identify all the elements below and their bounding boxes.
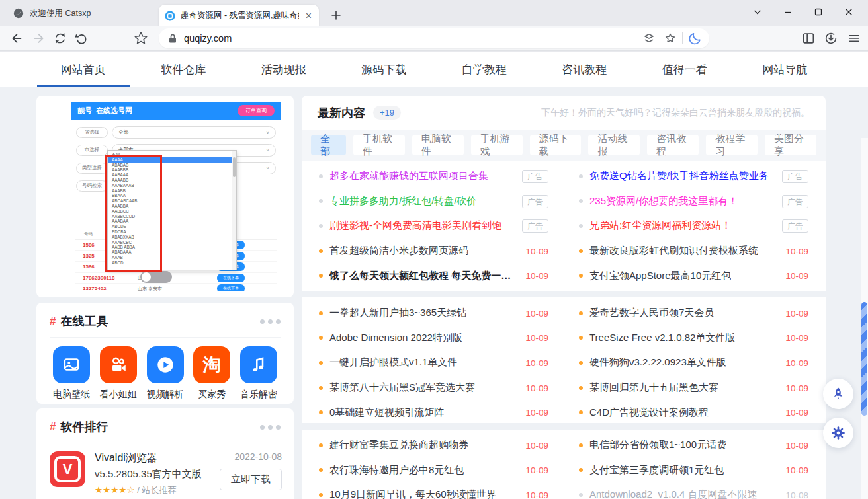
list-item[interactable]: 一拳超人新用户抽3~365天绿钻10-09 xyxy=(319,301,548,326)
item-title[interactable]: 爱奇艺数字人民币领7天会员 xyxy=(589,307,714,319)
list-item[interactable]: 超多在家就能赚钱的互联网项目合集广告 xyxy=(319,164,548,189)
settings-button[interactable] xyxy=(823,418,853,448)
more-dots-icon[interactable] xyxy=(260,319,281,324)
tab-quqizy[interactable]: 趣奇资源网 - 残雪资源网,趣味奇妙 × xyxy=(159,5,319,26)
item-title[interactable]: 一键开启护眼模式v1.1单文件 xyxy=(329,356,457,369)
list-item[interactable]: TreeSize Free v2.1.0.82单文件版10-09 xyxy=(579,326,808,351)
item-title[interactable]: 农行珠海特邀用户必中8元红包 xyxy=(329,464,464,477)
nav-item-软件仓库[interactable]: 软件仓库 xyxy=(134,52,234,87)
minimize-button[interactable] xyxy=(773,3,803,21)
menu-button[interactable] xyxy=(846,30,863,47)
filter-tab-源码下载[interactable]: 源码下载 xyxy=(530,135,582,155)
tab-welcome[interactable]: 欢迎使用 Catsxp xyxy=(7,3,153,24)
nav-item-活动现报[interactable]: 活动现报 xyxy=(234,52,334,87)
nav-item-值得一看[interactable]: 值得一看 xyxy=(634,52,735,87)
tool-音乐解密[interactable]: 音乐解密 xyxy=(238,346,279,401)
item-title[interactable]: 最新改良版彩虹代刷知识付费模板系统 xyxy=(589,245,758,257)
item-title[interactable]: 硬件狗狗v3.2.22.0923单文件版 xyxy=(589,356,726,369)
item-title[interactable]: 10月9日新闻早讯，每天60秒读懂世界 xyxy=(329,488,496,499)
back-to-top-button[interactable] xyxy=(823,379,853,409)
list-item[interactable]: Adobe Dimension 2022特别版10-09 xyxy=(319,326,548,351)
download-button[interactable] xyxy=(822,30,840,47)
item-title[interactable]: 支付宝第三季度调研领1元红包 xyxy=(589,464,724,477)
close-window-button[interactable] xyxy=(834,3,864,21)
filter-tab-活动线报[interactable]: 活动线报 xyxy=(588,135,640,155)
filter-tab-手机软件[interactable]: 手机软件 xyxy=(353,135,405,155)
item-title[interactable]: 免费送Q钻名片赞/快手抖音粉丝点赞业务 xyxy=(589,170,769,182)
tab-close-icon[interactable]: × xyxy=(304,11,313,21)
promo-screenshot[interactable]: 靓号_在线选号网 订单查询 省选择全部˅市选择全部市˅类型选择不限˅ 号码检索 … xyxy=(71,102,281,291)
nav-item-源码下载[interactable]: 源码下载 xyxy=(334,52,435,87)
filter-tab-全部[interactable]: 全部 xyxy=(311,135,346,155)
nav-item-网站首页[interactable]: 网站首页 xyxy=(33,52,134,87)
tool-看小姐姐[interactable]: 看小姐姐 xyxy=(98,346,139,401)
url-text[interactable]: quqizy.com xyxy=(184,33,642,44)
list-item[interactable]: 专业拼多多助力/拆红包/转盘/砍价广告 xyxy=(319,189,548,214)
item-title[interactable]: 某博回归第九十五届黑色大赛 xyxy=(589,381,718,394)
refresh-button[interactable] xyxy=(52,30,69,47)
undo-button[interactable] xyxy=(73,30,90,47)
list-item[interactable]: 235资源网/你想要的我这里都有！广告 xyxy=(579,189,808,214)
list-item[interactable]: 爱奇艺数字人民币领7天会员10-09 xyxy=(579,301,808,326)
list-item[interactable]: 某博第八十六届黑S冠军竞选大赛10-09 xyxy=(319,375,548,401)
filter-tab-电脑软件[interactable]: 电脑软件 xyxy=(412,135,464,155)
more-dots-icon[interactable] xyxy=(260,425,281,430)
tab-search-button[interactable] xyxy=(742,3,773,21)
list-item[interactable]: 电信部分省份领取1~100元话费10-09 xyxy=(579,433,808,458)
item-title[interactable]: 兄弟站:红尘资源网福利资源站！ xyxy=(589,219,731,232)
item-title[interactable]: Adobe Dimension 2022特别版 xyxy=(329,332,462,344)
list-item[interactable]: 农行珠海特邀用户必中8元红包10-09 xyxy=(319,458,548,483)
list-item[interactable]: 最新改良版彩虹代刷知识付费模板系统10-09 xyxy=(579,239,808,264)
nav-item-咨讯教程[interactable]: 咨讯教程 xyxy=(535,52,635,87)
item-title[interactable]: 首发超级简洁小米步数网页源码 xyxy=(329,245,468,257)
list-item[interactable]: 免费送Q钻名片赞/快手抖音粉丝点赞业务广告 xyxy=(579,164,808,189)
tool-视频解析[interactable]: 视频解析 xyxy=(145,346,186,401)
home-button[interactable] xyxy=(132,30,150,47)
list-item[interactable]: 10月9日新闻早讯，每天60秒读懂世界10-09 xyxy=(319,482,548,499)
list-item[interactable]: 0基础建立短视频引流矩阵10-09 xyxy=(319,400,548,425)
item-title[interactable]: Antdownload2_v1.0.4 百度网盘不限速 xyxy=(589,488,757,499)
item-title[interactable]: 0基础建立短视频引流矩阵 xyxy=(329,406,444,419)
list-item[interactable]: 剧迷影视-全网免费高清电影美剧看到饱广告 xyxy=(319,213,548,239)
item-title[interactable]: TreeSize Free v2.1.0.82单文件版 xyxy=(589,332,735,344)
list-item[interactable]: 兄弟站:红尘资源网福利资源站！广告 xyxy=(579,213,808,239)
list-item[interactable]: C4D广告视觉设计案例教程10-09 xyxy=(579,400,808,425)
list-item[interactable]: 某博回归第九十五届黑色大赛10-09 xyxy=(579,375,808,401)
item-title[interactable]: 支付宝领AppStore最高10元红包 xyxy=(589,270,731,282)
item-title[interactable]: 某博第八十六届黑S冠军竞选大赛 xyxy=(329,381,475,394)
list-item[interactable]: 饿了么每天领大额红包教程 每天免费一顿饭10-09 xyxy=(319,263,548,288)
list-item[interactable]: 支付宝第三季度调研领1元红包10-09 xyxy=(579,458,808,483)
list-item[interactable]: 首发超级简洁小米步数网页源码10-09 xyxy=(319,239,548,264)
list-item[interactable]: Antdownload2_v1.0.4 百度网盘不限速10-08 xyxy=(579,482,808,499)
tool-买家秀[interactable]: 淘买家秀 xyxy=(191,346,232,401)
ranking-item[interactable]: V Vivaldi浏览器 v5.5.2805.35官方中文版 ★★★★☆ / 站… xyxy=(36,443,294,496)
filter-tab-教程学习[interactable]: 教程学习 xyxy=(706,135,758,155)
bookmark-star-icon[interactable] xyxy=(664,32,677,45)
nav-item-网站导航[interactable]: 网站导航 xyxy=(735,52,836,87)
forward-button[interactable] xyxy=(30,30,48,47)
nav-item-自学教程[interactable]: 自学教程 xyxy=(434,52,535,87)
list-item[interactable]: 一键开启护眼模式v1.1单文件10-09 xyxy=(319,350,548,375)
new-tab-button[interactable] xyxy=(327,6,345,24)
address-bar[interactable]: quqizy.com xyxy=(159,28,709,48)
item-title[interactable]: 电信部分省份领取1~100元话费 xyxy=(589,439,726,451)
page-scrollbar[interactable] xyxy=(861,138,868,499)
item-title[interactable]: 专业拼多多助力/拆红包/转盘/砍价 xyxy=(329,195,477,208)
item-title[interactable]: 一拳超人新用户抽3~365天绿钻 xyxy=(329,307,466,319)
filter-tab-美图分享[interactable]: 美图分享 xyxy=(765,135,816,155)
list-item[interactable]: 建行财富季集豆兑换商超购物券10-09 xyxy=(319,433,548,458)
scrollbar-thumb[interactable] xyxy=(861,302,867,416)
stack-icon[interactable] xyxy=(642,32,656,45)
list-item[interactable]: 硬件狗狗v3.2.22.0923单文件版10-09 xyxy=(579,350,808,375)
item-title[interactable]: 超多在家就能赚钱的互联网项目合集 xyxy=(329,170,488,182)
filter-tab-咨讯教程[interactable]: 咨讯教程 xyxy=(647,135,699,155)
maximize-button[interactable] xyxy=(803,3,834,21)
download-now-button[interactable]: 立即下载 xyxy=(220,469,282,490)
item-title[interactable]: 建行财富季集豆兑换商超购物券 xyxy=(329,439,468,451)
item-title[interactable]: 饿了么每天领大额红包教程 每天免费一顿饭 xyxy=(329,270,517,282)
back-button[interactable] xyxy=(8,30,25,47)
list-item[interactable]: 支付宝领AppStore最高10元红包10-09 xyxy=(579,263,808,288)
moon-icon[interactable] xyxy=(688,31,703,46)
tool-电脑壁纸[interactable]: 电脑壁纸 xyxy=(51,346,92,401)
split-view-button[interactable] xyxy=(800,30,817,47)
